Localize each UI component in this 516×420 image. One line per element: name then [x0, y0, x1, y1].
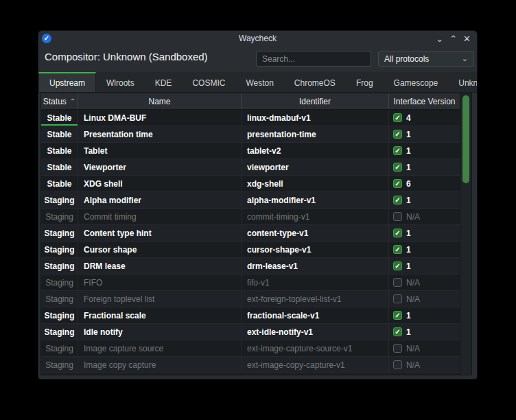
tab-wlroots[interactable]: Wlroots: [96, 72, 145, 92]
name-cell: Commit timing: [78, 209, 242, 224]
protocol-filter-dropdown[interactable]: All protocols ⌄: [378, 51, 474, 67]
name-cell: Image capture source: [78, 340, 242, 356]
name-cell: Viewporter: [78, 159, 242, 175]
table-row[interactable]: Stable Tablet tablet-v2 ✓ 1: [41, 143, 460, 159]
check-icon: ✓: [395, 312, 400, 319]
vertical-scrollbar-thumb[interactable]: [462, 95, 469, 183]
tab-upstream[interactable]: Upstream: [38, 72, 96, 92]
check-icon: ✓: [395, 115, 400, 121]
version-cell: ✓ 1: [389, 225, 460, 241]
sort-ascending-icon: ⌃: [70, 97, 75, 105]
check-icon: ✓: [395, 148, 400, 154]
supported-checkbox[interactable]: ✓: [393, 327, 402, 336]
table-row[interactable]: Staging Alpha modifier alpha-modifier-v1…: [41, 192, 460, 209]
version-value: 1: [406, 163, 411, 172]
table-row[interactable]: Stable Viewporter viewporter ✓ 1: [41, 159, 460, 176]
status-cell: Staging: [41, 340, 78, 356]
tab-unknown[interactable]: Unknown: [448, 72, 478, 92]
version-value: N/A: [406, 360, 420, 370]
table-body: Stable Linux DMA-BUF linux-dmabuf-v1 ✓ 4…: [41, 110, 460, 373]
close-icon[interactable]: ✕: [463, 34, 471, 43]
supported-checkbox[interactable]: ✓: [393, 113, 402, 122]
column-header-interface-version[interactable]: Interface Version: [389, 93, 460, 109]
name-cell: Foreign toplevel list: [78, 291, 242, 307]
version-value: N/A: [406, 278, 420, 288]
version-cell: N/A: [389, 275, 460, 290]
supported-checkbox[interactable]: ✓: [393, 146, 402, 155]
table-row[interactable]: Staging Content type hint content-type-v…: [41, 225, 460, 242]
supported-checkbox[interactable]: ✓: [393, 311, 402, 320]
tab-label: Wlroots: [106, 78, 134, 88]
supported-checkbox[interactable]: ✓: [393, 229, 402, 237]
version-cell: ✓ 1: [389, 143, 460, 159]
tab-cosmic[interactable]: COSMIC: [182, 72, 235, 92]
waycheck-window: ✓ Waycheck ⌄ ⌃ ✕ Compositor: Unknown (Sa…: [38, 30, 478, 380]
supported-checkbox[interactable]: ✓: [393, 179, 402, 188]
check-icon: ✓: [395, 131, 400, 138]
table-row[interactable]: Staging DRM lease drm-lease-v1 ✓ 1: [41, 258, 460, 275]
column-header-identifier[interactable]: Identifier: [242, 93, 389, 109]
supported-checkbox[interactable]: ✓: [393, 261, 402, 270]
supported-checkbox[interactable]: ✓: [393, 196, 402, 205]
version-value: N/A: [406, 212, 420, 222]
table-row[interactable]: Staging Image copy capture ext-image-cop…: [41, 357, 460, 373]
identifier-cell: ext-image-capture-source-v1: [242, 340, 389, 356]
tab-frog[interactable]: Frog: [346, 72, 384, 92]
identifier-cell: alpha-modifier-v1: [242, 192, 389, 208]
version-value: N/A: [406, 294, 420, 304]
status-cell: Stable: [41, 143, 78, 159]
supported-checkbox[interactable]: ✓: [393, 163, 402, 172]
table-row[interactable]: Staging Commit timing commit-timing-v1 N…: [41, 209, 460, 225]
table-row[interactable]: Stable Presentation time presentation-ti…: [41, 126, 460, 143]
toolbar: Compositor: Unknown (Sandboxed) All prot…: [38, 46, 477, 72]
supported-checkbox[interactable]: [393, 278, 402, 287]
name-cell: Tablet: [78, 143, 242, 159]
tab-kde[interactable]: KDE: [145, 72, 183, 92]
version-cell: ✓ 1: [389, 324, 460, 340]
status-cell: Staging: [41, 209, 78, 224]
table-row[interactable]: Staging Foreign toplevel list ext-foreig…: [41, 291, 460, 307]
tab-label: COSMIC: [192, 78, 225, 88]
table-header-row: Status ⌃ Name Identifier Interface Versi…: [41, 93, 460, 110]
column-header-name[interactable]: Name: [78, 93, 242, 109]
supported-checkbox[interactable]: ✓: [393, 245, 402, 254]
version-cell: ✓ 6: [389, 176, 460, 191]
check-icon: ✓: [395, 263, 400, 270]
supported-checkbox[interactable]: [393, 344, 402, 353]
version-value: 1: [406, 311, 411, 320]
identifier-cell: ext-idle-notify-v1: [242, 324, 389, 340]
minimize-icon[interactable]: ⌄: [436, 34, 443, 43]
status-cell: Staging: [41, 291, 78, 307]
table-row[interactable]: Staging Image capture source ext-image-c…: [41, 340, 460, 357]
tab-gamescope[interactable]: Gamescope: [384, 72, 449, 92]
status-cell: Staging: [41, 307, 78, 323]
table-row[interactable]: Stable Linux DMA-BUF linux-dmabuf-v1 ✓ 4: [41, 110, 460, 126]
supported-checkbox[interactable]: [393, 294, 402, 303]
supported-checkbox[interactable]: ✓: [393, 130, 402, 139]
table-row[interactable]: Staging Cursor shape cursor-shape-v1 ✓ 1: [41, 242, 460, 258]
table-row[interactable]: Stable XDG shell xdg-shell ✓ 6: [41, 176, 460, 192]
table-row[interactable]: Staging FIFO fifo-v1 N/A: [41, 275, 460, 291]
identifier-cell: fractional-scale-v1: [242, 307, 389, 323]
column-header-status[interactable]: Status ⌃: [41, 93, 78, 109]
supported-checkbox[interactable]: [393, 360, 402, 369]
tab-label: KDE: [155, 78, 172, 88]
maximize-icon[interactable]: ⌃: [449, 34, 457, 43]
table-row[interactable]: Staging Idle notify ext-idle-notify-v1 ✓…: [41, 324, 460, 340]
tab-label: Weston: [246, 78, 273, 88]
protocol-table-main: Status ⌃ Name Identifier Interface Versi…: [41, 93, 460, 375]
check-icon: ✓: [395, 230, 400, 237]
supported-checkbox[interactable]: [393, 212, 402, 221]
vertical-scrollbar-track[interactable]: [460, 93, 471, 375]
check-icon: ✓: [395, 197, 400, 204]
identifier-cell: viewporter: [242, 159, 389, 175]
search-input[interactable]: [256, 51, 371, 67]
tab-weston[interactable]: Weston: [235, 72, 283, 92]
tab-chromeos[interactable]: ChromeOS: [284, 72, 346, 92]
identifier-cell: ext-image-copy-capture-v1: [242, 357, 389, 373]
window-controls: ⌄ ⌃ ✕: [436, 34, 477, 43]
table-row[interactable]: Staging Fractional scale fractional-scal…: [41, 307, 460, 324]
compositor-label: Compositor: Unknown (Sandboxed): [45, 51, 208, 62]
tab-label: Frog: [356, 78, 373, 88]
version-cell: ✓ 1: [389, 242, 460, 257]
